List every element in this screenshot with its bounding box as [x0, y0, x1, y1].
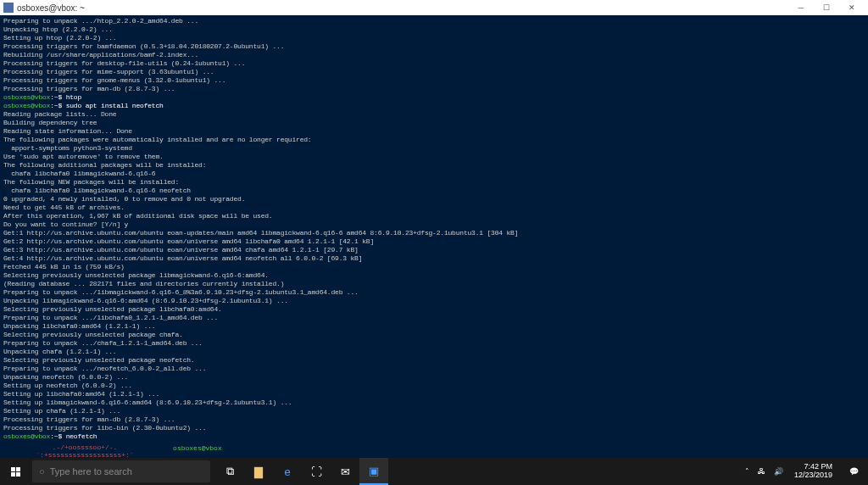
terminal-line: Reading package lists... Done [3, 110, 865, 119]
terminal-line: Preparing to unpack .../neofetch_6.0.0-2… [3, 365, 865, 373]
notifications-icon[interactable]: 💬 [841, 467, 866, 476]
terminal-line: Selecting previously unselected package … [3, 356, 865, 365]
terminal-line: Processing triggers for gnome-menus (3.3… [3, 76, 865, 85]
prompt-user: osboxes@vbox [3, 102, 50, 109]
terminal-line: Preparing to unpack .../libchafa0_1.2.1-… [3, 314, 865, 322]
terminal-line: chafa libchafa0 libmagickwand-6.q16-6 ne… [3, 187, 865, 195]
terminal-line: Setting up libmagickwand-6.q16-6:amd64 (… [3, 399, 865, 407]
close-button[interactable]: ✕ [839, 1, 865, 14]
terminal-line: Get:2 http://us.archive.ubuntu.com/ubunt… [3, 237, 865, 246]
terminal-line: After this operation, 1,967 kB of additi… [3, 212, 865, 220]
terminal-line: Processing triggers for man-db (2.8.7-3)… [3, 415, 865, 424]
terminal-line: Unpacking htop (2.2.0-2) ... [3, 25, 865, 34]
command-apt-install: sudo apt install neofetch [66, 102, 164, 109]
terminal-line: Processing triggers for bamfdaemon (0.5.… [3, 42, 865, 51]
maximize-button[interactable]: ☐ [814, 1, 839, 14]
terminal-line: Get:1 http://us.archive.ubuntu.com/ubunt… [3, 229, 865, 237]
window-titlebar: osboxes@vbox: ~ ─ ☐ ✕ [0, 0, 868, 15]
terminal-line: Preparing to unpack .../libmagickwand-6.… [3, 288, 865, 297]
terminal-line: Fetched 445 kB in 1s (759 kB/s) [3, 263, 865, 271]
store-icon[interactable]: ⛶ [302, 458, 331, 485]
prompt-user: osboxes@vbox [3, 432, 50, 440]
terminal-line: The following packages were automaticall… [3, 136, 865, 144]
network-icon[interactable]: 🖧 [755, 467, 768, 476]
command-neofetch: neofetch [66, 432, 97, 440]
terminal-line: Building dependency tree [3, 119, 865, 127]
nf-header: osboxes@vbox [173, 444, 222, 452]
terminal-line: apport-symptoms python3-systemd [3, 144, 865, 153]
volume-icon[interactable]: 🔊 [771, 467, 786, 476]
terminal-line: Setting up libchafa0:amd64 (1.2.1-1) ... [3, 390, 865, 399]
terminal-line: Processing triggers for man-db (2.8.7-3)… [3, 85, 865, 93]
tray-expand-icon[interactable]: ˄ [743, 467, 752, 476]
terminal-line: Processing triggers for desktop-file-uti… [3, 59, 865, 68]
terminal-line: Processing triggers for mime-support (3.… [3, 68, 865, 76]
terminal-line: Selecting previously unselected package … [3, 331, 865, 339]
terminal-line: Unpacking libmagickwand-6.q16-6:amd64 (8… [3, 297, 865, 305]
minimize-button[interactable]: ─ [788, 1, 814, 14]
window-title: osboxes@vbox: ~ [17, 3, 85, 13]
command-htop: htop [66, 93, 81, 101]
terminal-line: Rebuilding /usr/share/applications/bamf-… [3, 51, 865, 59]
explorer-icon[interactable]: ▇ [244, 458, 273, 485]
terminal-line: Use 'sudo apt autoremove' to remove them… [3, 153, 865, 161]
terminal-line: (Reading database ... 282171 files and d… [3, 280, 865, 288]
terminal-line: Processing triggers for libc-bin (2.30-0… [3, 424, 865, 432]
terminal-line: Get:3 http://us.archive.ubuntu.com/ubunt… [3, 246, 865, 254]
terminal-line: The following NEW packages will be insta… [3, 178, 865, 187]
terminal-line: Preparing to unpack .../htop_2.2.0-2_amd… [3, 17, 865, 25]
search-box[interactable]: ○ Type here to search [32, 460, 210, 482]
window-icon [3, 3, 14, 13]
terminal-line: chafa libchafa0 libmagickwand-6.q16-6 [3, 170, 865, 178]
terminal-line: Do you want to continue? [Y/n] y [3, 220, 865, 229]
clock[interactable]: 7:42 PM 12/23/2019 [789, 463, 837, 480]
search-placeholder: Type here to search [50, 466, 132, 477]
terminal-line: Preparing to unpack .../chafa_1.2.1-1_am… [3, 339, 865, 348]
terminal-line: Setting up htop (2.2.0-2) ... [3, 34, 865, 42]
terminal-line: Unpacking neofetch (6.0.0-2) ... [3, 373, 865, 382]
edge-icon[interactable]: e [273, 458, 302, 485]
terminal-output[interactable]: Preparing to unpack .../htop_2.2.0-2_amd… [0, 15, 868, 470]
terminal-line: Unpacking libchafa0:amd64 (1.2.1-1) ... [3, 322, 865, 331]
terminal-line: Setting up neofetch (6.0.0-2) ... [3, 382, 865, 390]
terminal-line: Setting up chafa (1.2.1-1) ... [3, 407, 865, 415]
terminal-line: Reading state information... Done [3, 127, 865, 136]
mail-icon[interactable]: ✉ [331, 458, 359, 485]
terminal-line: Selecting previously unselected package … [3, 305, 865, 314]
windows-taskbar: ○ Type here to search ⧉ ▇ e ⛶ ✉ ▣ ˄ 🖧 🔊 … [0, 458, 868, 485]
start-button[interactable] [0, 458, 31, 485]
prompt-user: osboxes@vbox [3, 93, 50, 101]
terminal-line: Get:4 http://us.archive.ubuntu.com/ubunt… [3, 254, 865, 263]
windows-icon [11, 467, 20, 477]
terminal-line: 0 upgraded, 4 newly installed, 0 to remo… [3, 195, 865, 203]
terminal-app-icon[interactable]: ▣ [359, 458, 388, 485]
task-view-icon[interactable]: ⧉ [215, 458, 244, 485]
search-icon: ○ [39, 466, 45, 477]
terminal-line: The following additional packages will b… [3, 161, 865, 170]
terminal-line: Unpacking chafa (1.2.1-1) ... [3, 348, 865, 356]
terminal-line: Selecting previously unselected package … [3, 271, 865, 280]
terminal-line: Need to get 445 kB of archives. [3, 203, 865, 212]
